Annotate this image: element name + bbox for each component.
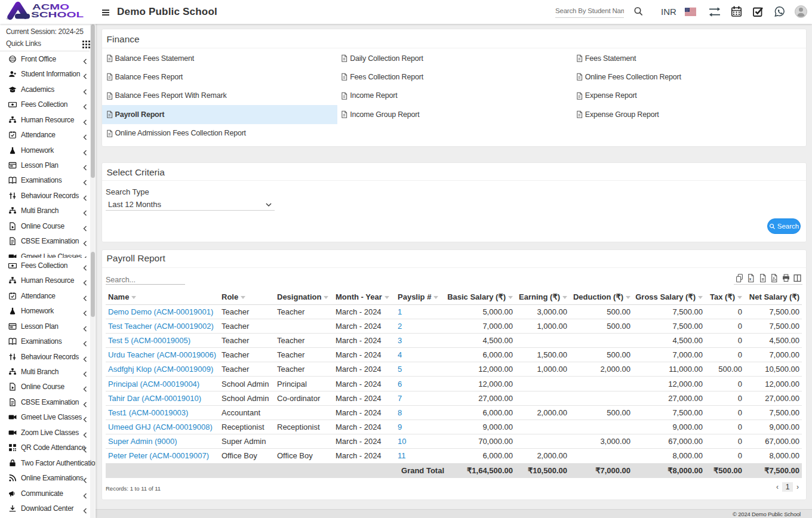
svg-text:SCHOOL: SCHOOL [31, 11, 84, 19]
svg-text:ACMO: ACMO [32, 3, 69, 11]
svg-text:x: x [749, 277, 752, 281]
